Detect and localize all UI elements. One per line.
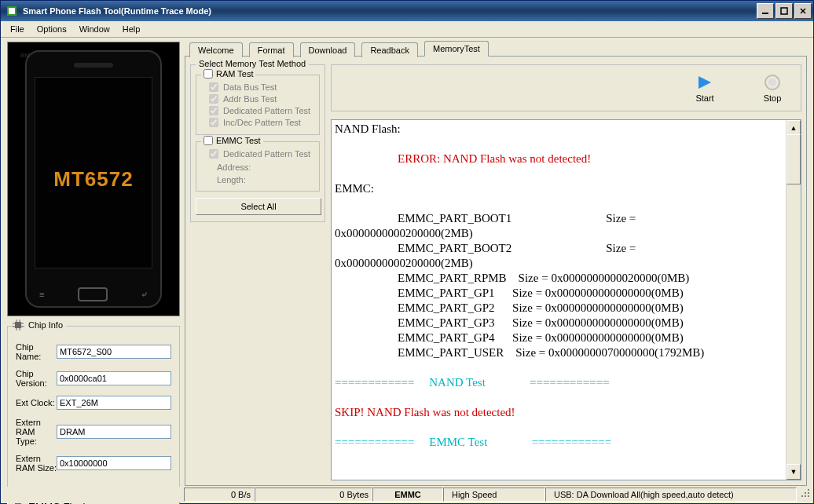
menu-help[interactable]: Help	[116, 23, 147, 35]
resize-grip[interactable]	[797, 489, 812, 500]
tab-welcome[interactable]: Welcome	[189, 42, 243, 57]
phone-preview: ≡ ⤶ BM MT6572	[7, 42, 180, 316]
output-line: EMMC_PART_GP2 Size = 0x0000000000000000(…	[335, 301, 785, 316]
menubar: File Options Window Help	[1, 21, 813, 38]
svg-point-22	[768, 79, 776, 86]
addr-bus-test-label: Addr Bus Test	[223, 94, 277, 104]
dedicated-pattern-checkbox[interactable]	[209, 106, 218, 115]
menu-file[interactable]: File	[4, 23, 31, 35]
svg-rect-23	[808, 489, 809, 491]
chip-name-input[interactable]	[57, 345, 171, 359]
emmc-dedicated-pattern-checkbox[interactable]	[209, 149, 218, 159]
memory-test-panel: Select Memory Test Method RAM Test Data …	[190, 64, 325, 222]
status-speed: High Speed	[443, 488, 545, 502]
tab-memorytest[interactable]: MemoryTest	[424, 41, 489, 57]
ram-test-legend: RAM Test	[216, 69, 253, 79]
tab-download[interactable]: Download	[300, 42, 356, 57]
chip-info-legend: Chip Info	[25, 320, 66, 330]
svg-rect-3	[781, 8, 787, 14]
minimize-icon	[761, 7, 769, 15]
menu-key-icon: ≡	[39, 290, 44, 299]
statusbar: 0 B/s 0 Bytes EMMC High Speed USB: DA Do…	[2, 487, 812, 502]
ram-test-fieldset: RAM Test Data Bus Test Addr Bus Test Ded…	[196, 75, 320, 135]
client-area: ≡ ⤶ BM MT6572 Chip Info Chip Name: Chip …	[2, 38, 812, 486]
ext-clock-input[interactable]	[57, 396, 171, 410]
minimize-button[interactable]	[757, 3, 774, 19]
emmc-address-label: Address:	[217, 161, 314, 173]
inc-dec-pattern-checkbox[interactable]	[209, 118, 218, 127]
output-error: ERROR: NAND Flash was not detected!	[335, 152, 785, 166]
ext-clock-label: Ext Clock:	[16, 398, 57, 407]
chip-version-label: Chip Version:	[16, 369, 57, 388]
ram-type-label: Extern RAM Type:	[16, 418, 57, 446]
ram-size-input[interactable]	[57, 456, 171, 470]
chip-info-fieldset: Chip Info Chip Name: Chip Version: Ext C…	[7, 326, 180, 489]
start-button[interactable]: Start	[694, 73, 716, 103]
ram-test-checkbox[interactable]	[204, 69, 213, 79]
phone-model: MT6572	[53, 167, 133, 192]
maximize-icon	[780, 7, 788, 15]
ram-size-label: Extern RAM Size:	[16, 454, 57, 473]
addr-bus-test-checkbox[interactable]	[209, 94, 218, 104]
chip-name-label: Chip Name:	[16, 342, 57, 361]
select-all-button[interactable]: Select All	[196, 198, 321, 215]
svg-rect-2	[762, 13, 768, 14]
status-rate: 0 B/s	[184, 488, 255, 502]
window-title: Smart Phone Flash Tool(Runtime Trace Mod…	[23, 6, 757, 16]
data-bus-test-checkbox[interactable]	[209, 82, 218, 92]
menu-options[interactable]: Options	[31, 23, 73, 35]
chip-version-input[interactable]	[57, 371, 171, 385]
output-divider: ============ NAND Test ============	[335, 375, 785, 390]
start-label: Start	[695, 93, 713, 103]
left-panel: ≡ ⤶ BM MT6572 Chip Info Chip Name: Chip …	[7, 42, 180, 486]
emmc-test-legend: EMMC Test	[216, 136, 261, 145]
ram-type-input[interactable]	[57, 425, 171, 439]
svg-rect-26	[801, 495, 803, 497]
window-controls	[757, 3, 812, 19]
output-line: EMMC_PART_GP3 Size = 0x0000000000000000(…	[335, 316, 785, 331]
status-usb: USB: DA Download All(high speed,auto det…	[545, 488, 797, 502]
svg-rect-28	[808, 495, 809, 497]
tabstrip: Welcome Format Download Readback MemoryT…	[185, 38, 807, 56]
svg-rect-6	[15, 322, 21, 328]
close-icon	[799, 7, 807, 15]
inc-dec-pattern-label: Inc/Dec Pattern Test	[223, 118, 301, 127]
home-key-icon	[78, 287, 108, 301]
data-bus-test-label: Data Bus Test	[223, 82, 277, 92]
emmc-dedicated-pattern-label: Dedicated Pattern Test	[223, 149, 310, 159]
stop-icon	[763, 73, 782, 92]
output-line: EMMC_PART_GP4 Size = 0x0000000000000000(…	[335, 331, 785, 345]
output-skip: SKIP! NAND Flash was not detected!	[335, 405, 785, 420]
tab-readback[interactable]: Readback	[361, 42, 418, 57]
output-content: NAND Flash: ERROR: NAND Flash was not de…	[335, 122, 785, 478]
dedicated-pattern-label: Dedicated Pattern Test	[223, 106, 310, 115]
method-fieldset: Select Memory Test Method RAM Test Data …	[190, 64, 325, 222]
output-line: 0x0000000000200000(2MB)	[335, 226, 785, 241]
svg-rect-1	[9, 8, 15, 14]
menu-window[interactable]: Window	[73, 23, 116, 35]
status-mode: EMMC	[372, 488, 443, 502]
titlebar: Smart Phone Flash Tool(Runtime Trace Mod…	[1, 1, 813, 21]
tab-format[interactable]: Format	[249, 42, 294, 57]
output-line: EMMC_PART_USER Size = 0x0000000070000000…	[335, 345, 785, 360]
output-scrollbar[interactable]: ▲ ▼	[786, 120, 801, 480]
maximize-button[interactable]	[776, 3, 793, 19]
output-line: 0x0000000000200000(2MB)	[335, 256, 785, 271]
close-button[interactable]	[794, 3, 812, 19]
svg-rect-27	[805, 495, 806, 497]
output-line: EMMC_PART_BOOT2Size =	[335, 241, 785, 256]
scroll-up-button[interactable]: ▲	[786, 120, 801, 136]
svg-rect-24	[805, 492, 806, 494]
app-icon	[6, 5, 18, 17]
scroll-thumb[interactable]	[786, 134, 801, 184]
svg-marker-20	[698, 76, 711, 89]
emmc-test-checkbox[interactable]	[204, 136, 213, 145]
phone-badge: BM	[20, 52, 30, 59]
output-line: EMMC_PART_RPMB Size = 0x0000000000020000…	[335, 271, 785, 286]
phone-speaker	[74, 63, 113, 68]
play-icon	[694, 73, 716, 92]
output-textarea[interactable]: NAND Flash: ERROR: NAND Flash was not de…	[331, 119, 801, 480]
scroll-down-button[interactable]: ▼	[786, 464, 801, 480]
stop-button[interactable]: Stop	[763, 73, 782, 103]
app-window: Smart Phone Flash Tool(Runtime Trace Mod…	[0, 0, 814, 504]
